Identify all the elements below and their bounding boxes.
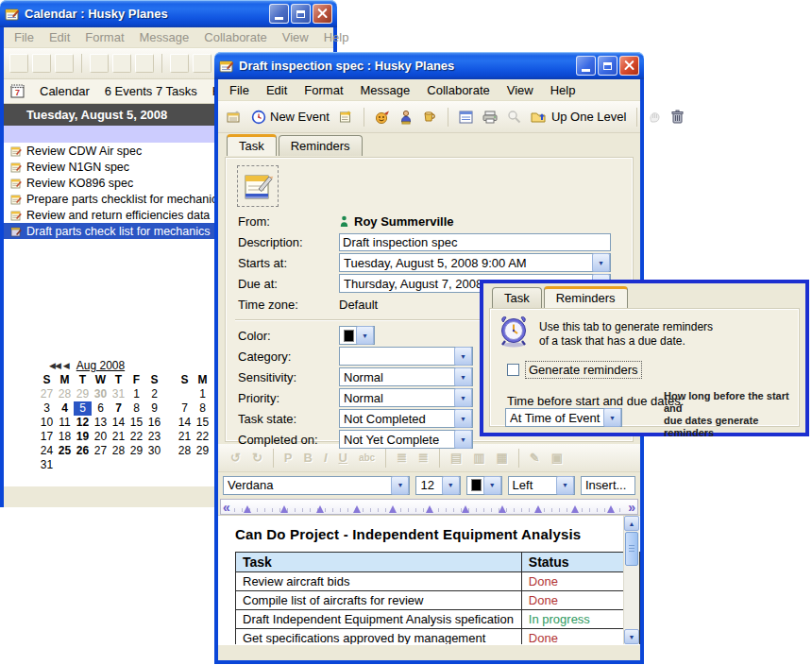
permanent-pen-icon[interactable]: ▣ bbox=[547, 451, 567, 465]
minimize-button[interactable] bbox=[269, 4, 289, 24]
chevron-down-icon[interactable]: ▼ bbox=[454, 430, 472, 449]
document-body[interactable]: Can Do Project - Independent Equipment A… bbox=[218, 515, 640, 644]
day-cell[interactable]: 1 bbox=[194, 387, 211, 401]
new-memo-button[interactable] bbox=[224, 109, 245, 126]
scroll-up-icon[interactable]: ▲ bbox=[624, 516, 639, 531]
day-cell[interactable]: 28 bbox=[110, 444, 127, 458]
completed-on-dropdown[interactable]: Not Yet Complete ▼ bbox=[339, 430, 473, 449]
delete-button[interactable] bbox=[668, 108, 686, 126]
day-cell[interactable]: 17 bbox=[38, 430, 56, 444]
alignment-dropdown[interactable]: Left ▼ bbox=[508, 476, 575, 495]
starts-at-dropdown[interactable]: Tuesday, August 5, 2008 9:00 AM ▼ bbox=[339, 253, 611, 272]
day-cell[interactable]: 15 bbox=[127, 416, 145, 430]
day-cell[interactable]: 6 bbox=[92, 401, 110, 416]
search-button[interactable] bbox=[504, 108, 524, 126]
underline-icon[interactable]: U bbox=[334, 451, 352, 465]
scrollbar-track[interactable] bbox=[624, 567, 639, 629]
day-cell[interactable]: 12 bbox=[74, 416, 92, 430]
day-cell[interactable]: 14 bbox=[110, 416, 127, 430]
insert-dropdown[interactable]: Insert... bbox=[581, 476, 635, 495]
print-button[interactable] bbox=[480, 109, 500, 126]
scrollbar-thumb[interactable] bbox=[625, 532, 638, 566]
day-cell[interactable]: 8 bbox=[194, 401, 211, 416]
day-cell[interactable]: 18 bbox=[56, 430, 74, 444]
task-state-dropdown[interactable]: Not Completed ▼ bbox=[339, 409, 473, 428]
highlighter-icon[interactable]: ✎ bbox=[525, 451, 545, 465]
align-left-icon[interactable]: ≣ bbox=[392, 451, 412, 465]
day-cell[interactable]: 8 bbox=[127, 401, 145, 416]
day-cell[interactable]: 23 bbox=[145, 430, 163, 444]
chevron-down-icon[interactable]: ▼ bbox=[483, 476, 501, 495]
vertical-scrollbar[interactable]: ▲ ▼ bbox=[623, 516, 639, 644]
chevron-down-icon[interactable]: ▼ bbox=[391, 476, 409, 495]
day-cell[interactable]: 16 bbox=[145, 416, 163, 430]
chevron-down-icon[interactable]: ▼ bbox=[592, 253, 610, 272]
italic-icon[interactable]: I bbox=[319, 451, 332, 465]
new-event-button[interactable]: New Event bbox=[248, 108, 332, 127]
color-dropdown[interactable]: ▼ bbox=[339, 326, 375, 345]
task-document-icon[interactable] bbox=[237, 165, 279, 207]
chevron-down-icon[interactable]: ▼ bbox=[356, 326, 374, 345]
bold-icon[interactable]: B bbox=[298, 451, 316, 465]
day-cell[interactable]: 29 bbox=[127, 444, 145, 458]
menu-format[interactable]: Format bbox=[77, 29, 131, 45]
recipient-button[interactable] bbox=[372, 108, 393, 127]
chevron-down-icon[interactable]: ▼ bbox=[454, 388, 472, 407]
day-cell[interactable]: 3 bbox=[38, 401, 56, 416]
day-cell[interactable]: 15 bbox=[194, 416, 211, 430]
menu-edit[interactable]: Edit bbox=[258, 82, 296, 98]
close-button[interactable] bbox=[313, 4, 332, 24]
day-cell[interactable]: 1 bbox=[127, 387, 145, 401]
up-one-level-button[interactable]: Up One Level bbox=[528, 108, 630, 126]
day-cell[interactable]: 22 bbox=[127, 430, 145, 444]
tab-task[interactable]: Task bbox=[492, 287, 542, 308]
chevron-down-icon[interactable]: ▼ bbox=[454, 347, 472, 366]
day-cell[interactable]: 25 bbox=[56, 444, 74, 458]
undo-icon[interactable]: ↺ bbox=[226, 451, 245, 465]
day-cell-selected[interactable]: 5 bbox=[74, 401, 92, 416]
time-before-dropdown[interactable]: At Time of Event ▼ bbox=[505, 408, 622, 427]
menu-edit[interactable]: Edit bbox=[42, 29, 77, 45]
day-cell[interactable]: 30 bbox=[92, 387, 110, 401]
trash-icon[interactable] bbox=[135, 54, 154, 73]
day-cell[interactable]: 7 bbox=[110, 401, 127, 416]
day-cell[interactable]: 21 bbox=[110, 430, 127, 444]
menu-help[interactable]: Help bbox=[542, 82, 584, 98]
day-cell[interactable]: 13 bbox=[92, 416, 110, 430]
prev-month-button[interactable]: ◀ bbox=[63, 361, 69, 370]
new-task-icon[interactable] bbox=[55, 54, 74, 73]
cup-button[interactable] bbox=[419, 109, 440, 126]
paragraph-icon[interactable]: P bbox=[279, 451, 297, 465]
menu-view[interactable]: View bbox=[275, 29, 316, 45]
day-cell[interactable]: 11 bbox=[56, 416, 74, 430]
person-button[interactable] bbox=[397, 108, 415, 127]
strikethrough-icon[interactable]: abc bbox=[354, 452, 380, 463]
right-margin-marker[interactable]: » bbox=[628, 500, 635, 515]
properties-button[interactable] bbox=[456, 109, 476, 126]
tab-reminders[interactable]: Reminders bbox=[279, 135, 363, 156]
day-cell[interactable]: 2 bbox=[145, 387, 163, 401]
menu-collaborate[interactable]: Collaborate bbox=[196, 29, 275, 45]
day-cell[interactable]: 7 bbox=[176, 401, 194, 416]
day-cell[interactable]: 10 bbox=[38, 416, 56, 430]
day-cell[interactable]: 29 bbox=[74, 387, 92, 401]
menu-help[interactable]: Help bbox=[316, 29, 357, 45]
chevron-down-icon[interactable]: ▼ bbox=[556, 476, 574, 495]
bullet-list-icon[interactable]: ▤ bbox=[446, 451, 466, 465]
day-cell[interactable]: 29 bbox=[194, 444, 211, 458]
day-cell[interactable]: 22 bbox=[194, 430, 211, 444]
day-cell[interactable]: 20 bbox=[92, 430, 110, 444]
scroll-down-icon[interactable]: ▼ bbox=[624, 629, 639, 644]
day-cell[interactable]: 28 bbox=[176, 444, 194, 458]
tab-stop-markers[interactable] bbox=[244, 505, 615, 513]
minimize-button[interactable] bbox=[576, 56, 596, 76]
menu-file[interactable]: File bbox=[221, 82, 258, 98]
day-cell[interactable]: 24 bbox=[38, 444, 56, 458]
menu-file[interactable]: File bbox=[7, 29, 42, 45]
prev-year-button[interactable]: ◀◀ bbox=[49, 361, 60, 370]
day-cell[interactable]: 21 bbox=[176, 430, 194, 444]
generate-reminders-checkbox[interactable] bbox=[507, 364, 519, 376]
month-view-icon[interactable] bbox=[193, 54, 211, 73]
maximize-button[interactable] bbox=[598, 56, 617, 76]
chevron-down-icon[interactable]: ▼ bbox=[442, 476, 460, 495]
